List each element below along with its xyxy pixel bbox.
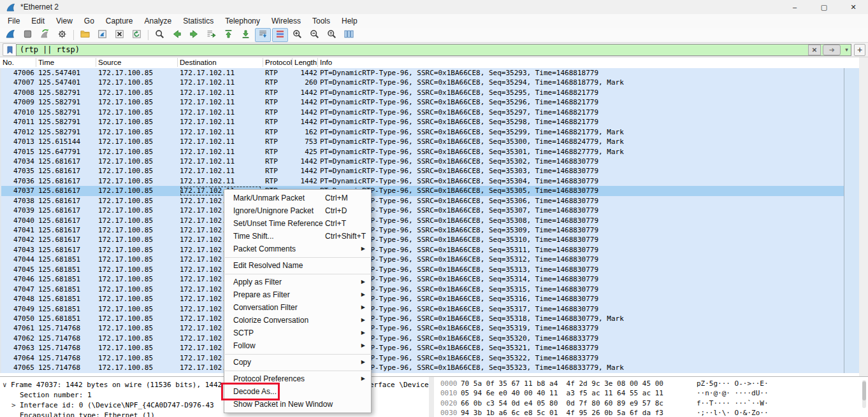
column-header-time[interactable]: Time [38,57,54,68]
menubar-wireless[interactable]: Wireless [266,15,307,27]
menubar-go[interactable]: Go [78,15,100,27]
start-capture-button[interactable] [3,28,18,42]
packet-row[interactable]: 47034125.681617172.17.100.85172.17.102.1… [1,157,844,166]
menu-item-decode-as[interactable]: Decode As... [224,385,371,398]
menu-item-conversation-filter[interactable]: Conversation Filter▶ [224,301,371,314]
packet-row[interactable]: 47045125.681851172.17.100.85172.17.102.1… [1,265,844,274]
menu-item-copy[interactable]: Copy▶ [224,356,371,369]
menu-item-colorize-conversation[interactable]: Colorize Conversation▶ [224,314,371,327]
go-back-button[interactable] [169,28,185,42]
menu-item-time-shift[interactable]: Time Shift...Ctrl+Shift+T [224,230,371,243]
go-forward-button[interactable] [186,28,202,42]
filter-bookmark-button[interactable] [3,43,16,56]
column-separator[interactable] [96,58,96,67]
filter-clear-button[interactable]: ✕ [808,45,821,55]
packet-row[interactable]: 47037125.681617172.17.100.85172.17.102.1… [1,186,844,195]
packet-row[interactable]: 47050125.681851172.17.100.85172.17.102.1… [1,314,844,323]
zoom-original-button[interactable] [324,28,340,42]
packet-row[interactable]: 47007125.547401172.17.100.85172.17.102.1… [1,78,844,87]
close-button[interactable]: ✕ [839,0,868,14]
packet-row[interactable]: 47039125.681617172.17.100.85172.17.102.1… [1,206,844,215]
capture-options-button[interactable] [54,28,70,42]
menubar-help[interactable]: Help [336,15,363,27]
column-separator[interactable] [317,58,318,67]
auto-scroll-button[interactable] [255,28,271,42]
packet-row[interactable]: 47065125.714768172.17.100.85172.17.102.1… [1,363,844,372]
packet-row[interactable]: 47043125.681617172.17.100.85172.17.102.1… [1,245,844,255]
hex-scrollbar[interactable] [862,380,866,408]
packet-row[interactable]: 47006125.547401172.17.100.85172.17.102.1… [1,68,844,78]
menubar-capture[interactable]: Capture [100,15,139,27]
go-first-button[interactable] [221,28,236,42]
packet-row[interactable]: 47011125.582791172.17.100.85172.17.102.1… [1,117,844,127]
expanded-expander-icon[interactable]: ∨ [3,381,11,389]
column-header-protocol[interactable]: Protocol [265,57,292,68]
collapsed-expander-icon[interactable]: > [11,401,20,409]
packet-row[interactable]: 47038125.681617172.17.100.85172.17.102.1… [1,196,844,206]
zoom-in-button[interactable] [289,28,305,42]
packet-row[interactable]: 47015125.647791172.17.100.85172.17.102.1… [1,147,844,157]
filter-dropdown-button[interactable]: ▾ [843,46,851,53]
packet-row[interactable]: 47062125.714768172.17.100.85172.17.102.1… [1,334,844,343]
filter-apply-button[interactable]: ➜ [823,45,841,55]
packet-row[interactable]: 47049125.681851172.17.100.85172.17.102.1… [1,304,844,314]
column-header-source[interactable]: Source [98,57,121,68]
detail-line[interactable]: Section number: 1 [20,391,92,399]
detail-line[interactable]: >Interface id: 0 (\Device\NPF_{4CA0D747-… [11,401,214,409]
column-header-length[interactable]: Length [294,57,317,68]
column-separator[interactable] [177,58,178,67]
menu-item-set-unset-time-reference[interactable]: Set/Unset Time ReferenceCtrl+T [224,217,371,230]
packet-row[interactable]: 47009125.582791172.17.100.85172.17.102.1… [1,97,844,107]
packet-row[interactable]: 47046125.681851172.17.100.85172.17.102.1… [1,274,844,284]
menubar-statistics[interactable]: Statistics [177,15,219,27]
packet-list-scrollbar[interactable] [844,68,859,373]
filter-add-button[interactable]: + [854,44,865,56]
packet-row[interactable]: 47040125.681617172.17.100.85172.17.102.1… [1,216,844,225]
packet-row[interactable]: 47013125.615144172.17.100.85172.17.102.1… [1,137,844,146]
save-file-button[interactable] [94,28,110,42]
reload-file-button[interactable] [129,28,145,42]
menu-item-prepare-as-filter[interactable]: Prepare as Filter▶ [224,288,371,301]
packet-row[interactable]: 47008125.582791172.17.100.85172.17.102.1… [1,88,844,97]
menubar-telephony[interactable]: Telephony [219,15,266,27]
packet-row[interactable]: 47044125.681851172.17.100.85172.17.102.1… [1,255,844,264]
open-file-button[interactable] [77,28,93,42]
packet-row[interactable]: 47048125.681851172.17.100.85172.17.102.1… [1,294,844,304]
menubar-tools[interactable]: Tools [307,15,336,27]
column-header-destination[interactable]: Destination [180,57,217,68]
menu-item-follow[interactable]: Follow▶ [224,339,371,352]
resize-columns-button[interactable] [341,28,357,42]
stop-capture-button[interactable] [20,28,36,42]
column-separator[interactable] [36,58,36,67]
packet-row[interactable]: 47061125.714768172.17.100.85172.17.102.1… [1,323,844,333]
hex-scrollbar-thumb[interactable] [862,381,866,400]
packet-row[interactable]: 47010125.582791172.17.100.85172.17.102.1… [1,108,844,117]
menu-item-edit-resolved-name[interactable]: Edit Resolved Name [224,259,371,272]
menubar-file[interactable]: File [2,15,25,27]
zoom-out-button[interactable] [307,28,322,42]
detail-line[interactable]: Encapsulation type: Ethernet (1) [20,411,155,417]
packet-row[interactable]: 47036125.681617172.17.100.85172.17.102.1… [1,176,844,186]
go-last-button[interactable] [238,28,254,42]
go-to-packet-button[interactable] [203,28,219,42]
find-packet-button[interactable] [152,28,168,42]
menu-item-sctp[interactable]: SCTP▶ [224,327,371,339]
column-separator[interactable] [292,58,293,67]
menu-item-packet-comments[interactable]: Packet Comments▶ [224,243,371,255]
display-filter-input[interactable]: (rtp || rtsp) ✕ ➜ ▾ [16,44,851,56]
column-header-no[interactable]: No. [3,57,14,68]
column-header-info[interactable]: Info [320,57,332,68]
packet-row[interactable]: 47042125.681617172.17.100.85172.17.102.1… [1,235,844,244]
menubar-edit[interactable]: Edit [25,15,50,27]
pane-splitter[interactable] [429,376,434,417]
packet-row[interactable]: 47063125.714768172.17.100.85172.17.102.1… [1,343,844,353]
packet-row[interactable]: 47047125.681851172.17.100.85172.17.102.1… [1,285,844,294]
menu-item-protocol-preferences[interactable]: Protocol Preferences▶ [224,372,371,385]
restart-capture-button[interactable] [37,28,53,42]
packet-row[interactable]: 47012125.582791172.17.100.85172.17.102.1… [1,127,844,137]
menu-item-apply-as-filter[interactable]: Apply as Filter▶ [224,276,371,288]
menubar-analyze[interactable]: Analyze [139,15,178,27]
menubar-view[interactable]: View [50,15,78,27]
maximize-button[interactable]: ▢ [809,0,839,14]
minimize-button[interactable]: – [780,0,809,14]
